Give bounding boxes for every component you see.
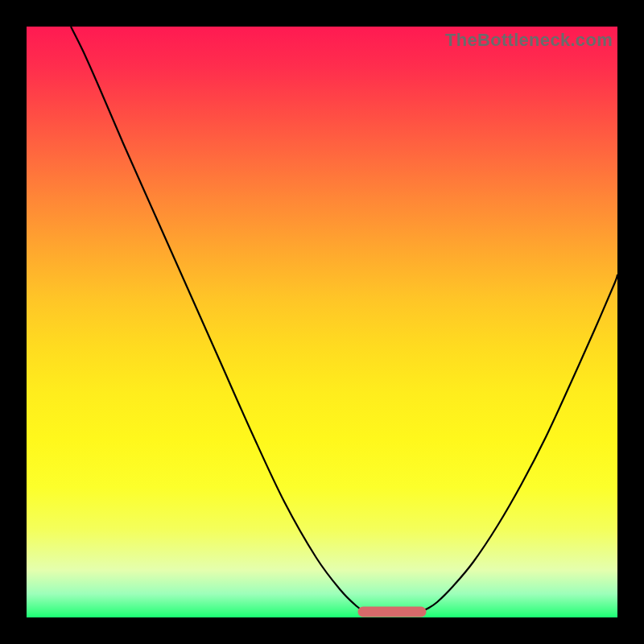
chart-plot-area: TheBottleneck.com [27,27,617,617]
chart-svg [27,27,617,617]
curve-left [71,27,369,612]
chart-frame: TheBottleneck.com [0,0,644,644]
curve-right [421,275,617,612]
